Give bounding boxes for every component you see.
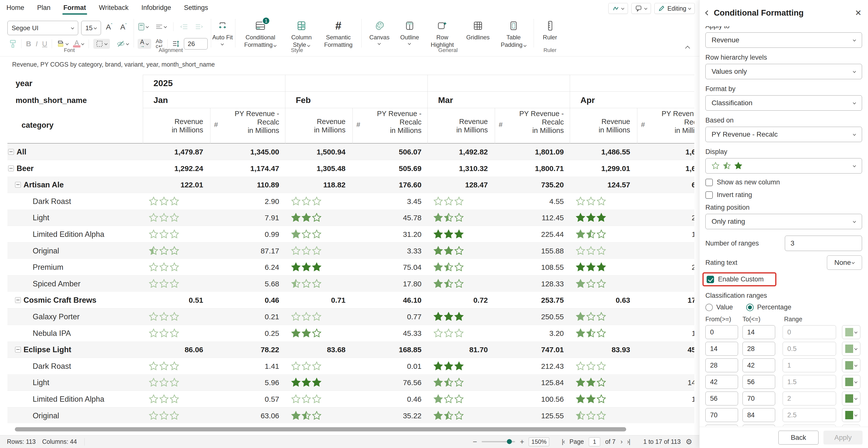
last-page-button[interactable]: ›| <box>627 438 630 446</box>
underline-button[interactable]: U <box>42 40 47 48</box>
cell-revenue-stars[interactable] <box>149 246 179 256</box>
cell-py-revenue[interactable]: 125. <box>637 395 694 404</box>
range-value-input[interactable]: 1.5 <box>783 375 836 389</box>
row-label[interactable]: Galaxy Porter <box>33 312 80 321</box>
range-value-input[interactable]: 2.5 <box>783 408 836 422</box>
cell-py-revenue[interactable]: 45. <box>637 412 694 420</box>
table-row[interactable]: Artisan Ale122.01 110.89 118.82 176.60 1… <box>7 177 694 193</box>
row-label[interactable]: Artisan Ale <box>24 181 64 189</box>
cell-py-revenue[interactable]: 76.56 <box>352 379 422 387</box>
cell-revenue-stars[interactable] <box>576 394 606 404</box>
cell-revenue-stars[interactable] <box>576 361 606 371</box>
cell-py-revenue[interactable]: 3.20 <box>495 329 564 338</box>
cell-revenue-stars[interactable] <box>576 196 606 206</box>
bold-button[interactable]: B <box>26 40 31 48</box>
indent-increase-icon[interactable] <box>195 24 203 30</box>
scrollbar-thumb[interactable] <box>15 427 626 431</box>
cell-py-revenue[interactable]: 35.22 <box>352 412 422 420</box>
column-header-month[interactable]: Apr <box>580 95 595 105</box>
cell-py-revenue[interactable]: 63.06 <box>210 412 279 420</box>
column-header-py-revenue[interactable]: PY Revenue -Recalcin Millions <box>495 109 564 135</box>
table-row[interactable]: Original 63.06 35.22 125.55 45. <box>7 407 694 423</box>
column-header-py-revenue[interactable]: PY Revenue -Recalcin Millions <box>352 109 422 135</box>
font-name-select[interactable]: Segoe UI <box>7 21 78 35</box>
text-direction-button[interactable]: A→ <box>137 39 151 49</box>
cell-py-revenue[interactable]: 0.21 <box>210 313 279 321</box>
table-padding-button[interactable]: Table Padding <box>497 20 530 49</box>
table-row[interactable]: Eclipse Light86.06 78.22 83.68 168.85 81… <box>7 341 694 358</box>
cell-py-revenue[interactable]: 31.20 <box>352 230 422 238</box>
radio-value[interactable]: Value <box>705 303 733 311</box>
cell-py-revenue[interactable]: 5.96 <box>210 379 279 387</box>
row-field-month[interactable]: month_short_name <box>16 96 87 105</box>
cell-py-revenue[interactable]: 10. <box>637 197 694 206</box>
editing-mode-button[interactable]: Editing <box>654 3 695 14</box>
cell-revenue-stars[interactable] <box>576 246 606 256</box>
cell-revenue-stars[interactable] <box>149 312 179 322</box>
zoom-slider[interactable] <box>482 441 515 442</box>
range-color-picker[interactable] <box>842 342 860 356</box>
menu-item-home[interactable]: Home <box>6 4 24 12</box>
cell-revenue-stars[interactable] <box>149 378 179 387</box>
cell-py-revenue[interactable]: 253.75 <box>495 296 564 305</box>
column-header-month[interactable]: Jan <box>153 95 168 105</box>
format-by-select[interactable]: Classification <box>705 95 862 110</box>
cell-py-revenue[interactable]: 222. <box>637 263 694 271</box>
table-row[interactable]: All1,479.87 1,345.00 1,500.94 506.07 1,4… <box>7 143 694 160</box>
cell-py-revenue[interactable]: 6.24 <box>210 263 279 271</box>
comments-button[interactable] <box>631 3 651 14</box>
menu-item-infobridge[interactable]: Infobridge <box>141 4 171 12</box>
range-to-input[interactable]: 70 <box>743 391 775 406</box>
cell-py-revenue[interactable]: 0.57 <box>210 395 279 404</box>
display-select[interactable] <box>705 158 862 173</box>
range-color-picker[interactable] <box>842 358 860 372</box>
range-from-input[interactable]: 42 <box>705 375 738 389</box>
horizontal-scrollbar[interactable] <box>7 427 678 432</box>
table-row[interactable]: Beer1,292.24 1,174.47 1,305.48 505.69 1,… <box>7 160 694 177</box>
cell-py-revenue[interactable]: 112.45 <box>495 214 564 222</box>
cell-revenue-stars[interactable] <box>291 411 321 420</box>
cell-revenue-stars[interactable] <box>576 213 606 223</box>
cell-revenue[interactable]: 1,310.32 <box>428 164 488 173</box>
cell-py-revenue[interactable]: 208. <box>637 214 694 222</box>
signature-tool-button[interactable] <box>608 3 628 14</box>
cell-revenue-stars[interactable] <box>433 394 464 404</box>
cell-revenue[interactable]: 1,500.94 <box>285 148 345 156</box>
cell-revenue-stars[interactable] <box>291 213 321 223</box>
cell-py-revenue[interactable]: 45.33 <box>352 329 422 338</box>
italic-button[interactable]: I <box>36 40 38 48</box>
cell-py-revenue[interactable]: 8. <box>637 362 694 371</box>
collapse-toggle-icon[interactable] <box>15 347 21 352</box>
table-row[interactable]: Dark Roast 2.90 3.45 4.55 10. <box>7 193 694 210</box>
cell-revenue[interactable]: 1,299.01 <box>570 164 630 173</box>
row-field-category[interactable]: category <box>22 121 54 130</box>
cell-revenue-stars[interactable] <box>149 279 179 289</box>
range-value-input[interactable]: 1 <box>783 358 836 372</box>
row-label[interactable]: All <box>17 148 27 156</box>
cell-revenue[interactable]: 81.70 <box>428 346 488 354</box>
collapse-toggle-icon[interactable] <box>15 297 21 303</box>
cell-py-revenue[interactable]: 45.78 <box>352 214 422 222</box>
enable-custom[interactable]: Enable Custom <box>707 276 764 283</box>
row-label[interactable]: Beer <box>17 164 34 173</box>
menu-item-format[interactable]: Format <box>63 4 86 12</box>
radio-percentage[interactable]: Percentage <box>746 303 791 311</box>
font-color-button[interactable]: A <box>73 40 84 47</box>
row-field-year[interactable]: year <box>16 79 32 88</box>
cell-py-revenue[interactable]: 1,617. <box>637 164 694 173</box>
cell-py-revenue[interactable]: 3.45 <box>352 197 422 206</box>
cell-py-revenue[interactable]: 0.46 <box>210 296 279 305</box>
range-from-input[interactable]: 70 <box>705 408 738 422</box>
cell-revenue[interactable]: 0.72 <box>428 296 488 305</box>
cell-revenue-stars[interactable] <box>433 328 464 338</box>
cell-py-revenue[interactable]: 2.90 <box>210 197 279 206</box>
cell-revenue-stars[interactable] <box>433 279 464 289</box>
cell-revenue[interactable]: 0.71 <box>285 296 345 305</box>
column-header-revenue[interactable]: Revenuein Millions <box>285 117 345 134</box>
cell-py-revenue[interactable]: 125.84 <box>495 379 564 387</box>
cell-revenue-stars[interactable] <box>291 279 321 289</box>
cell-py-revenue[interactable]: 0.01 <box>352 362 422 371</box>
row-hierarchy-select[interactable]: Values only <box>705 64 862 79</box>
cell-py-revenue[interactable]: 78.22 <box>210 346 279 354</box>
cell-revenue-stars[interactable] <box>149 394 179 404</box>
